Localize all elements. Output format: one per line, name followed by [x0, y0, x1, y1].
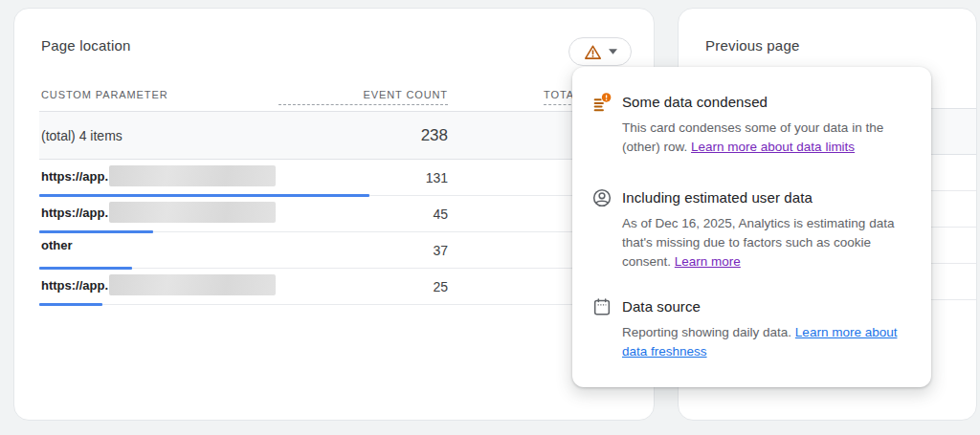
table-row: https://app. 25 [39, 269, 635, 305]
popover-section-title: Some data condensed [622, 92, 908, 110]
table-row: https://app. 131 [39, 160, 635, 196]
redacted-text-block [109, 274, 276, 295]
value-bar [39, 303, 102, 306]
table-row: https://app. 45 [39, 196, 635, 232]
warning-triangle-icon [584, 44, 602, 60]
table-header-row: CUSTOM PARAMETER EVENT COUNT TOTAL [39, 83, 635, 112]
page: Page location CUSTOM PARAMETER EVENT COU… [0, 0, 980, 435]
learn-more-data-limits-link[interactable]: Learn more about data limits [691, 140, 855, 154]
popover-section-data-source: Data source Reporting showing daily data… [591, 296, 908, 361]
popover-section-estimated-user-data: Including estimated user data As of Dec … [591, 187, 908, 272]
card-title: Page location [41, 37, 131, 54]
data-quality-popover: Some data condensed This card condenses … [572, 67, 931, 387]
popover-section-title: Data source [622, 296, 908, 315]
column-header-event-count[interactable]: EVENT COUNT [278, 89, 448, 105]
row-value: 131 [278, 170, 448, 185]
row-label: https://app. [41, 206, 108, 220]
event-count-table: CUSTOM PARAMETER EVENT COUNT TOTAL (tota… [39, 83, 635, 305]
row-label: other [41, 238, 73, 252]
chevron-down-icon [609, 49, 617, 54]
redacted-text-block [109, 202, 276, 223]
total-row: (total) 4 items 238 [39, 112, 635, 160]
condensed-data-alert-icon [591, 92, 612, 113]
account-circle-icon [591, 187, 612, 208]
column-header-custom-parameter: CUSTOM PARAMETER [41, 89, 168, 100]
calendar-icon [591, 296, 612, 317]
data-quality-button[interactable] [568, 37, 632, 66]
popover-section-data-condensed: Some data condensed This card condenses … [591, 92, 908, 157]
row-label: https://app. [41, 278, 108, 293]
table-row: other 37 [39, 232, 635, 269]
learn-more-estimation-link[interactable]: Learn more [675, 254, 741, 269]
popover-section-body: This card condenses some of your data in… [622, 119, 908, 157]
row-label: https://app. [41, 169, 108, 184]
page-location-card: Page location CUSTOM PARAMETER EVENT COU… [13, 8, 655, 421]
total-row-label: (total) 4 items [41, 128, 122, 143]
popover-section-body: Reporting showing daily data. Learn more… [622, 323, 908, 361]
row-value: 25 [278, 279, 448, 294]
row-value: 45 [278, 207, 448, 222]
total-row-value: 238 [278, 126, 448, 145]
popover-section-title: Including estimated user data [622, 187, 908, 206]
row-value: 37 [278, 243, 448, 258]
card-title: Previous page [705, 37, 800, 54]
popover-section-body: As of Dec 16, 2025, Analytics is estimat… [622, 214, 908, 272]
redacted-text-block [109, 165, 276, 186]
